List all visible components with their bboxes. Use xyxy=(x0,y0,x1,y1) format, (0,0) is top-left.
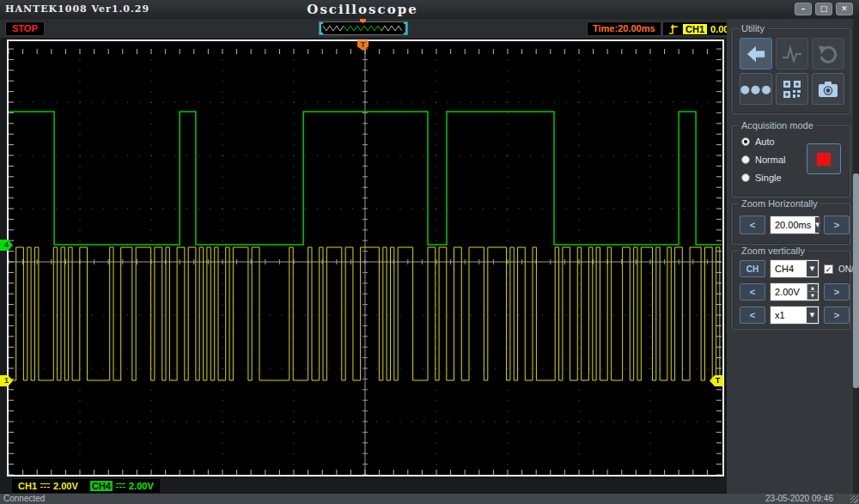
scrollbar-thumb[interactable] xyxy=(853,173,859,388)
back-button[interactable] xyxy=(740,38,772,70)
close-button[interactable]: ✕ xyxy=(836,3,853,15)
acquisition-group: Acquisition mode AutoNormalSingle xyxy=(732,125,850,197)
ch4-badge-scale: 2.00V xyxy=(129,481,154,491)
connection-status: Connected xyxy=(3,494,45,503)
radio-dot[interactable] xyxy=(741,137,750,146)
radio-label: Normal xyxy=(755,155,785,165)
graticule-and-traces xyxy=(9,41,722,475)
scope-display[interactable]: T xyxy=(7,39,724,477)
ellipsis-icon: ●●● xyxy=(740,82,771,95)
radio-label: Single xyxy=(755,173,782,183)
timebase-decrease-button[interactable]: < xyxy=(740,216,765,234)
ch1-badge-scale: 2.00V xyxy=(53,481,78,491)
qr-code-button[interactable] xyxy=(776,73,808,105)
volts-decrease-button[interactable]: < xyxy=(740,283,765,301)
acquisition-label: Acquisition mode xyxy=(739,120,816,131)
utility-buttons: ●●● xyxy=(740,38,844,105)
multiplier-increase-button[interactable]: > xyxy=(824,307,850,324)
channel-select[interactable]: CH4 ▼ xyxy=(771,260,819,277)
acquisition-options: AutoNormalSingle xyxy=(741,137,785,183)
minimize-button[interactable]: – xyxy=(795,3,812,15)
chevron-down-icon[interactable]: ▼ xyxy=(814,217,819,233)
utility-group: Utility xyxy=(732,28,850,114)
utility-label: Utility xyxy=(739,23,767,33)
multiplier-decrease-button[interactable]: < xyxy=(740,307,765,324)
preview-wave xyxy=(320,22,407,34)
dc-coupling-icon xyxy=(116,483,125,489)
waveform-preview[interactable] xyxy=(319,21,408,35)
stop-record-button[interactable] xyxy=(807,143,841,174)
preview-right-bracket[interactable] xyxy=(404,22,407,34)
resize-grip[interactable] xyxy=(850,495,858,503)
ch4-badge-name: CH4 xyxy=(90,481,113,491)
qr-code-icon xyxy=(782,79,802,100)
timebase-select[interactable]: 20.00ms ▼ xyxy=(771,216,819,234)
pulse-icon xyxy=(781,45,803,64)
ch1-badge[interactable]: CH1 2.00V xyxy=(12,479,84,493)
maximize-button[interactable]: □ xyxy=(815,3,832,15)
trigger-source-badge[interactable]: CH1 xyxy=(683,24,707,34)
channel-button[interactable]: CH xyxy=(740,260,765,277)
preview-left-bracket[interactable] xyxy=(320,22,323,34)
radio-normal[interactable]: Normal xyxy=(741,155,785,165)
ch1-badge-name: CH1 xyxy=(18,481,37,491)
run-stop-indicator[interactable]: STOP xyxy=(5,21,45,36)
radio-auto[interactable]: Auto xyxy=(741,137,785,147)
zoom-vertical-group: Zoom vertically CH CH4 ▼ ✓ ON/OFF < 2.00… xyxy=(732,251,850,330)
zoom-horizontal-label: Zoom Horizontally xyxy=(739,198,820,209)
oscilloscope-app: HANTEK1008 Ver1.0.29 Oscilloscope – □ ✕ … xyxy=(0,0,859,504)
undo-icon xyxy=(818,45,838,64)
radio-label: Auto xyxy=(755,137,775,147)
app-version-title: HANTEK1008 Ver1.0.29 xyxy=(5,3,149,15)
radio-dot[interactable] xyxy=(741,155,750,164)
stop-square-icon xyxy=(817,153,831,166)
undo-button[interactable] xyxy=(812,38,844,70)
back-arrow-icon xyxy=(746,45,766,64)
radio-single[interactable]: Single xyxy=(741,173,785,183)
multiplier-select[interactable]: x1 ▼ xyxy=(771,307,819,324)
panel-scrollbar[interactable] xyxy=(853,19,859,494)
chevron-down-icon[interactable]: ▼ xyxy=(806,307,818,323)
rising-edge-icon xyxy=(668,22,679,35)
timebase-readout: Time:20.00ms xyxy=(587,21,661,36)
timebase-increase-button[interactable]: > xyxy=(824,216,850,234)
volts-increase-button[interactable]: > xyxy=(824,283,850,301)
control-panel: Utility xyxy=(727,19,859,494)
toolbar: STOP Time:20.00ms CH1 0.00uV xyxy=(0,19,727,38)
waveform-button[interactable] xyxy=(776,38,808,70)
onoff-checkbox[interactable]: ✓ xyxy=(824,264,833,274)
scope-area: T 4 1 T CH1 2.00V CH4 2.00V xyxy=(0,38,727,494)
radio-dot[interactable] xyxy=(741,173,750,182)
camera-button[interactable] xyxy=(812,73,844,105)
ch4-badge[interactable]: CH4 2.00V xyxy=(84,479,160,493)
page-title: Oscilloscope xyxy=(307,2,417,17)
camera-icon xyxy=(817,79,839,100)
zoom-horizontal-group: Zoom Horizontally < 20.00ms ▼ > xyxy=(732,203,850,245)
zoom-vertical-label: Zoom vertically xyxy=(739,246,807,256)
volts-spinner[interactable]: 2.00V ▲▼ xyxy=(771,283,819,301)
spinner-buttons[interactable]: ▲▼ xyxy=(807,284,818,300)
chevron-down-icon[interactable]: ▼ xyxy=(806,261,818,276)
dc-coupling-icon xyxy=(40,483,50,489)
title-bar: HANTEK1008 Ver1.0.29 Oscilloscope – □ ✕ xyxy=(0,0,859,19)
status-bar: Connected 23-05-2020 09:46 xyxy=(0,494,859,504)
window-controls: – □ ✕ xyxy=(795,3,853,15)
more-options-button[interactable]: ●●● xyxy=(740,73,772,105)
datetime-status: 23-05-2020 09:46 xyxy=(765,494,833,503)
